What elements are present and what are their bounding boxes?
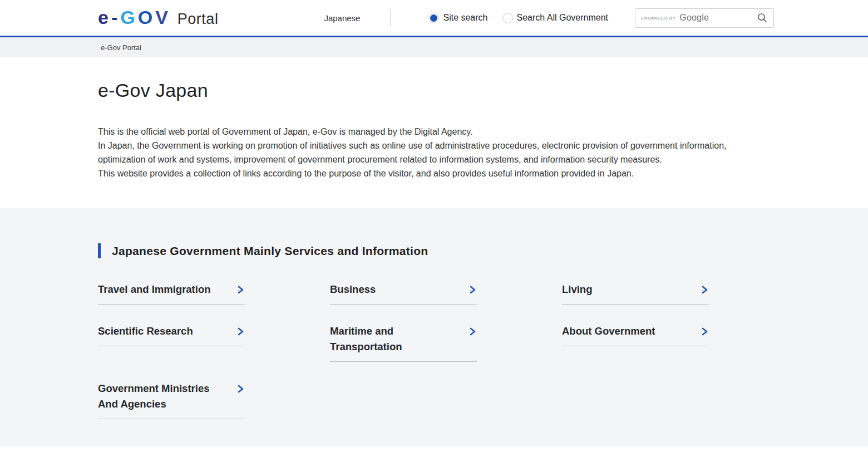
header-right: Japanese Site search Search All Governme… bbox=[324, 8, 774, 28]
intro-paragraph-2: In Japan, the Government is working on p… bbox=[98, 139, 746, 166]
logo-dash: - bbox=[111, 8, 120, 27]
link-label: Scientific Research bbox=[98, 323, 193, 339]
link-label: Travel and Immigration bbox=[98, 282, 211, 297]
header-divider bbox=[390, 9, 391, 26]
services-links-grid: Travel and Immigration Business Living S… bbox=[98, 282, 868, 419]
chevron-right-icon bbox=[236, 384, 245, 396]
link-travel-and-immigration[interactable]: Travel and Immigration bbox=[98, 282, 245, 305]
link-living[interactable]: Living bbox=[562, 282, 709, 305]
intro-section: e-Gov Japan This is the official web por… bbox=[0, 57, 868, 208]
link-government-ministries-and-agencies[interactable]: Government Ministries And Agencies bbox=[98, 381, 245, 419]
link-about-government[interactable]: About Government bbox=[562, 323, 709, 346]
logo-letter-v: V bbox=[155, 8, 171, 27]
chevron-right-icon bbox=[700, 285, 709, 297]
services-section: Japanese Government Mainly Services and … bbox=[0, 208, 868, 446]
enhanced-by-text: enhanced by bbox=[641, 16, 675, 21]
chevron-right-icon bbox=[468, 285, 477, 297]
radio-search-all-government-label: Search All Government bbox=[517, 13, 609, 23]
radio-site-search[interactable]: Site search bbox=[428, 13, 487, 23]
section-heading-text: Japanese Government Mainly Services and … bbox=[112, 244, 428, 258]
radio-unselected-icon[interactable] bbox=[502, 13, 513, 23]
link-label: Maritime and Transportation bbox=[330, 323, 457, 355]
link-label: About Government bbox=[562, 323, 655, 339]
radio-site-search-label: Site search bbox=[443, 13, 487, 23]
search-input[interactable]: enhanced by Google bbox=[635, 8, 774, 28]
radio-selected-icon[interactable] bbox=[428, 13, 439, 23]
chevron-right-icon bbox=[700, 327, 709, 338]
logo-letter-o: O bbox=[138, 8, 155, 27]
link-business[interactable]: Business bbox=[330, 282, 477, 305]
page-title: e-Gov Japan bbox=[98, 80, 868, 101]
header: e - G O V Portal Japanese Site search Se… bbox=[0, 0, 868, 37]
heading-accent-bar bbox=[98, 243, 101, 258]
link-maritime-and-transportation[interactable]: Maritime and Transportation bbox=[330, 323, 477, 362]
search-placeholder: enhanced by Google bbox=[641, 13, 757, 23]
radio-search-all-government[interactable]: Search All Government bbox=[502, 13, 609, 23]
intro-paragraph-3: This website provides a collection of li… bbox=[98, 166, 746, 180]
logo-letter-g: G bbox=[120, 8, 137, 27]
logo-letter-e: e bbox=[98, 8, 111, 27]
bottom-spacer bbox=[0, 446, 868, 469]
breadcrumb: e-Gov Portal bbox=[0, 37, 868, 57]
chevron-right-icon bbox=[468, 327, 477, 338]
section-heading: Japanese Government Mainly Services and … bbox=[98, 243, 868, 258]
language-link[interactable]: Japanese bbox=[324, 13, 360, 23]
chevron-right-icon bbox=[236, 327, 245, 338]
link-label: Government Ministries And Agencies bbox=[98, 381, 225, 412]
intro-paragraph-1: This is the official web portal of Gover… bbox=[98, 125, 746, 139]
link-scientific-research[interactable]: Scientific Research bbox=[98, 323, 245, 346]
intro-text: This is the official web portal of Gover… bbox=[98, 125, 746, 180]
google-brand-text: Google bbox=[679, 13, 709, 23]
egov-portal-logo[interactable]: e - G O V Portal bbox=[98, 8, 218, 28]
logo-portal-text: Portal bbox=[177, 11, 219, 28]
search-scope-radio-group: Site search Search All Government bbox=[428, 13, 623, 23]
link-label: Living bbox=[562, 282, 592, 297]
search-icon[interactable] bbox=[757, 12, 768, 23]
link-label: Business bbox=[330, 282, 376, 297]
breadcrumb-item-egov-portal[interactable]: e-Gov Portal bbox=[101, 43, 141, 52]
chevron-right-icon bbox=[236, 285, 245, 297]
